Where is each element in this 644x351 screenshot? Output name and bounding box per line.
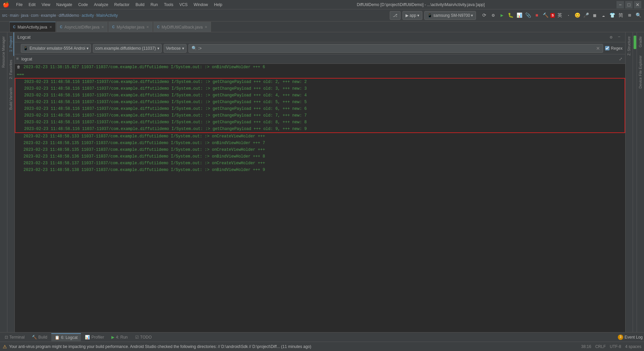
menu-run[interactable]: Run [148,2,161,8]
device-select[interactable]: 📱 Emulator emulator-5554 Androi ▾ [21,44,91,53]
close-button[interactable]: ✕ [634,1,641,8]
device-file-explorer-tab[interactable]: Device File Explorer [638,51,644,92]
tab-myadapter-icon: C [112,25,114,29]
menu-help[interactable]: Help [211,2,225,8]
menu-build[interactable]: Build [133,2,147,8]
maximize-button[interactable]: □ [625,1,633,8]
menu-file[interactable]: File [13,2,25,8]
menu-edit[interactable]: Edit [26,2,38,8]
logcat-tab[interactable]: 📋 6: Logcat [51,333,81,341]
breadcrumb-java[interactable]: java [21,13,29,18]
gradle-panel: Gradle Device File Explorer [637,32,644,332]
search-input[interactable] [198,46,595,51]
run-icon[interactable]: ▶ [498,12,505,19]
event-log-label[interactable]: Event Log [625,335,643,340]
tab-asynclistdiffer[interactable]: C AsyncListDiffer.java ✕ [56,22,108,32]
menu-view[interactable]: View [39,2,53,8]
action-icons: ⟳ ⚙ ▶ 🐛 📊 📎 ■ 🔨 S 英 · 😊 🎤 ▦ ☁ 👕 简 ⊞ 🔍 [481,12,642,19]
app-dropdown[interactable]: ▶ app ▾ [402,11,422,20]
lang-icon[interactable]: 英 [556,12,564,19]
menu-vcs[interactable]: VCS [177,2,191,8]
breadcrumb-main[interactable]: main [10,13,18,18]
indent[interactable]: 4 spaces [625,344,641,349]
log-text-10: 2023-02-23 11:48:58.116 11037-11037/com.… [24,126,307,132]
project-tab[interactable]: 1: Project [8,32,14,56]
device-chevron-icon: ▾ [471,13,473,18]
tab-mydiffutilcallback-label: MyDiffUtilCallback.java [162,25,203,30]
git-button[interactable]: ⎇ [390,11,400,20]
gradle-tab[interactable]: Gradle [638,32,644,51]
logcat-header-icons: ⚙ − [608,34,623,41]
filter-icon: ≡ [16,56,19,61]
breadcrumb-src[interactable]: src [2,13,7,18]
profile-icon[interactable]: 📊 [516,12,523,19]
breadcrumb-com[interactable]: com [31,13,39,18]
regex-checkbox-label[interactable]: Regex [605,46,623,51]
encoding[interactable]: UTF-8 [610,344,621,349]
todo-tab[interactable]: ☑ TODO [132,333,155,341]
build-icon[interactable]: 🔨 [542,12,549,19]
tab-myadapter-close[interactable]: ✕ [146,25,149,29]
terminal-tab[interactable]: ⊡ Terminal [1,333,28,341]
breadcrumb-activity[interactable]: activity [82,13,94,18]
menu-analyze[interactable]: Analyze [91,2,111,8]
delete-icon[interactable]: 🗑 [17,64,23,70]
dot-icon[interactable]: · [565,12,572,19]
tab-mydiffutilcallback[interactable]: C MyDiffUtilCallback.java ✕ [153,22,211,32]
tab-mydiffutilcallback-close[interactable]: ✕ [205,25,207,29]
verbose-select[interactable]: Verbose ▾ [164,44,186,53]
sougou-icon[interactable]: S [550,13,555,18]
log-text-9: 2023-02-23 11:48:58.116 11037-11037/com.… [24,119,307,125]
settings-logcat-icon[interactable]: ⚙ [608,34,614,41]
build-variants-tab[interactable]: Build Variants [8,83,14,114]
cloud-icon[interactable]: ☁ [600,12,607,19]
build-tab[interactable]: 🔨 Build [29,333,51,341]
resource-manager-tab[interactable]: Resource Manager [1,32,7,72]
app-select[interactable]: com.example.diffutildemo (11037) ▾ [93,44,162,53]
menu-window[interactable]: Window [191,2,211,8]
favorites-tab[interactable]: 2: Favorites [8,56,14,83]
attach-icon[interactable]: 📎 [524,12,532,19]
simple-icon[interactable]: 简 [617,12,625,19]
logcat-header: Logcat ⚙ − [15,32,625,42]
menu-refactor[interactable]: Refactor [112,2,132,8]
menu-code[interactable]: Code [75,2,91,8]
table-icon[interactable]: ▦ [591,12,598,19]
todo-icon: ☑ [135,335,139,340]
debug-icon[interactable]: 🐛 [507,12,514,19]
search-clear-icon[interactable]: ✕ [596,46,600,51]
expand-icon[interactable]: ⤢ [617,56,624,62]
minimize-button[interactable]: − [616,1,624,8]
device-dropdown[interactable]: 📱 samsung SM-N9700 ▾ [424,11,476,20]
tab-asynclistdiffer-close[interactable]: ✕ [101,25,104,29]
tab-mainactivity-close[interactable]: ✕ [49,25,52,29]
breadcrumb-diffutildemo[interactable]: diffutildemo [59,13,79,18]
stop-icon[interactable]: ■ [533,12,540,19]
run-tab[interactable]: ▶ 4: Run [108,333,131,341]
profiler-tab[interactable]: 📊 Profiler [82,333,107,341]
search-box[interactable]: 🔍 ✕ [189,44,603,53]
breadcrumb-sep-5: › [57,13,58,17]
sync-icon[interactable]: ⟳ [481,12,488,19]
structure-tab[interactable]: Z: Structure [626,32,632,59]
menu-tools[interactable]: Tools [161,2,176,8]
logcat-subtoolbar: ≡ logcat ⤢ [15,54,625,64]
shirt-icon[interactable]: 👕 [608,12,616,19]
mic-icon[interactable]: 🎤 [582,12,590,19]
regex-checkbox[interactable] [605,46,609,50]
minimize-logcat-icon[interactable]: − [616,34,623,41]
tab-mainactivity-label: MainActivity.java [17,25,47,30]
log-content[interactable]: 🗑 2023-02-23 11:38:15.027 11037-11037/co… [15,64,625,332]
menu-navigate[interactable]: Navigate [54,2,75,8]
line-ending[interactable]: CRLF [595,344,606,349]
left-panel-2: 1: Project 2: Favorites Build Variants [7,32,15,332]
window-title: DiffUtilDemo [D:\project\DiffUtilDemo] -… [225,2,616,7]
breadcrumb-example[interactable]: example [41,13,56,18]
breadcrumb-mainactivity[interactable]: MainActivity [96,13,118,18]
face-icon[interactable]: 😊 [574,12,581,19]
tab-mainactivity[interactable]: C MainActivity.java ✕ [9,22,56,32]
grid-icon[interactable]: ⊞ [626,12,633,19]
settings-icon[interactable]: ⚙ [489,12,497,19]
tab-myadapter[interactable]: C MyAdapter.java ✕ [108,22,153,32]
search-toolbar-icon[interactable]: 🔍 [635,12,642,19]
